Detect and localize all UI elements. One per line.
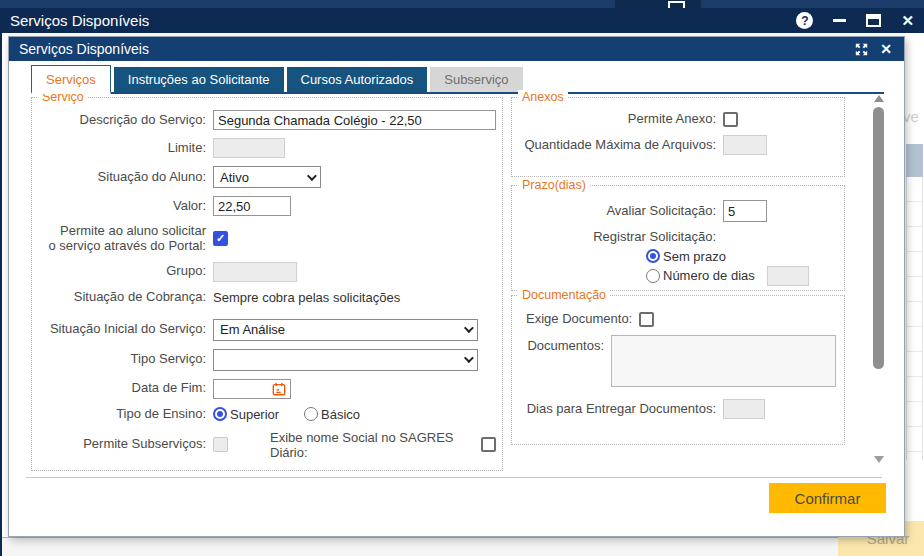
- radio-sem-prazo[interactable]: [646, 249, 660, 263]
- tab-bar: Serviços Instruções ao Solicitante Curso…: [31, 64, 884, 94]
- qtd-max-arquivos-label: Quantidade Máxima de Arquivos:: [520, 138, 716, 153]
- scrollbar-thumb[interactable]: [873, 107, 884, 369]
- permite-subservicos-checkbox: [213, 437, 228, 452]
- field-data-fim: Data de Fim:: [38, 379, 496, 399]
- radio-sem-prazo-label: Sem prazo: [663, 249, 726, 264]
- radio-basico[interactable]: [304, 407, 318, 421]
- content-scrollbar[interactable]: [872, 93, 885, 471]
- situacao-inicial-select[interactable]: Em Análise: [213, 319, 478, 341]
- exige-documento-checkbox[interactable]: [639, 312, 654, 327]
- section-anexos: Anexos Permite Anexo: Quantidade Máxima …: [511, 97, 845, 177]
- situacao-aluno-value: Ativo: [220, 170, 249, 185]
- tipo-servico-label: Tipo Serviço:: [38, 352, 206, 367]
- dias-entregar-label: Dias para Entregar Documentos:: [520, 402, 716, 417]
- window-controls: ? ✕: [796, 12, 924, 29]
- permite-anexo-label: Permite Anexo:: [520, 112, 716, 127]
- field-permite-anexo: Permite Anexo:: [520, 112, 836, 127]
- registrar-options: Sem prazo Número de dias: [646, 249, 836, 286]
- field-exige-documento: Exige Documento:: [520, 312, 836, 327]
- screen: ve Salvar Serviços Disponíveis ? ✕ Servi…: [0, 0, 924, 556]
- window-title: Serviços Disponíveis: [10, 12, 149, 29]
- field-tipo-servico: Tipo Serviço:: [38, 349, 496, 371]
- numero-dias-input: [767, 266, 809, 286]
- legend-documentacao: Documentação: [518, 288, 610, 302]
- radio-superior-label: Superior: [230, 407, 282, 422]
- dialog-header: Serviços Disponíveis ✕: [9, 37, 904, 61]
- grupo-label: Grupo:: [38, 264, 206, 279]
- qtd-max-arquivos-input: [723, 135, 767, 155]
- calendar-icon[interactable]: [272, 382, 286, 396]
- field-tipo-ensino: Tipo de Ensino: Superior Básico: [38, 407, 496, 422]
- field-situacao-inicial: Situação Inicial do Serviço: Em Análise: [38, 319, 496, 341]
- field-limite: Limite:: [38, 138, 496, 158]
- exige-documento-label: Exige Documento:: [526, 312, 632, 327]
- situacao-cobranca-value: Sempre cobra pelas solicitações: [213, 290, 400, 305]
- section-documentacao: Documentação Exige Documento: Documentos…: [511, 295, 845, 445]
- expand-button[interactable]: [855, 43, 868, 56]
- permite-portal-checkbox[interactable]: ✓: [213, 231, 228, 246]
- tab-servicos[interactable]: Serviços: [31, 65, 111, 94]
- exibe-nome-social-checkbox[interactable]: [481, 437, 496, 452]
- descricao-label: Descrição do Serviço:: [38, 113, 206, 128]
- footer-divider: [26, 477, 882, 478]
- documentos-label: Documentos:: [520, 339, 604, 354]
- dias-entregar-input: [723, 399, 765, 419]
- expand-icon: [855, 43, 868, 56]
- option-sem-prazo: Sem prazo: [646, 249, 836, 264]
- background-bottom-strip: [0, 537, 924, 556]
- tab-instrucoes[interactable]: Instruções ao Solicitante: [114, 67, 284, 92]
- valor-input[interactable]: [213, 196, 291, 216]
- situacao-aluno-label: Situação do Aluno:: [38, 170, 206, 185]
- permite-portal-label: Permite ao aluno solicitar o serviço atr…: [38, 224, 206, 254]
- maximize-button[interactable]: [866, 14, 881, 27]
- avaliar-solicitacao-input[interactable]: [723, 200, 767, 222]
- window-left-border: [0, 8, 2, 556]
- chevron-down-icon: [464, 324, 474, 334]
- descricao-input[interactable]: [213, 110, 496, 130]
- chevron-down-icon: [307, 171, 317, 181]
- field-situacao-aluno: Situação do Aluno: Ativo: [38, 166, 496, 188]
- tab-cursos-autorizados[interactable]: Cursos Autorizados: [287, 67, 428, 92]
- situacao-aluno-select[interactable]: Ativo: [213, 166, 321, 188]
- field-qtd-max-arquivos: Quantidade Máxima de Arquivos:: [520, 135, 836, 155]
- window-titlebar: Serviços Disponíveis ? ✕: [0, 8, 924, 33]
- legend-prazo: Prazo(dias): [518, 178, 590, 192]
- registrar-solicitacao-label: Registrar Solicitação:: [520, 230, 716, 245]
- toolbar-active-segment: [615, 0, 701, 8]
- field-registrar-solicitacao: Registrar Solicitação:: [520, 230, 836, 245]
- limite-input: [213, 138, 285, 158]
- dialog-title: Serviços Disponíveis: [19, 41, 149, 57]
- field-dias-entregar: Dias para Entregar Documentos:: [520, 399, 836, 419]
- radio-superior[interactable]: [213, 407, 227, 421]
- confirm-button[interactable]: Confirmar: [769, 483, 886, 513]
- help-button[interactable]: ?: [796, 12, 813, 29]
- field-permite-portal: Permite ao aluno solicitar o serviço atr…: [38, 224, 496, 254]
- dialog-controls: ✕: [855, 42, 904, 56]
- background-table-header-cell: [906, 144, 923, 177]
- tab-subservico[interactable]: Subserviço: [430, 67, 522, 92]
- limite-label: Limite:: [38, 141, 206, 156]
- radio-basico-label: Básico: [321, 407, 360, 422]
- tipo-servico-select[interactable]: [213, 349, 478, 371]
- field-valor: Valor:: [38, 196, 496, 216]
- field-documentos: Documentos:: [520, 335, 836, 387]
- option-numero-dias: Número de dias: [646, 266, 836, 286]
- check-icon: ✓: [216, 233, 225, 244]
- valor-label: Valor:: [38, 199, 206, 214]
- avaliar-solicitacao-label: Avaliar Solicitação:: [520, 204, 716, 219]
- situacao-inicial-value: Em Análise: [220, 322, 285, 337]
- field-descricao: Descrição do Serviço:: [38, 110, 496, 130]
- documentos-textarea: [611, 335, 836, 387]
- close-button[interactable]: ✕: [901, 13, 914, 28]
- scroll-down-arrow-icon[interactable]: [874, 456, 884, 463]
- radio-numero-dias[interactable]: [646, 269, 660, 283]
- field-situacao-cobranca: Situação de Cobrança: Sempre cobra pelas…: [38, 290, 496, 305]
- dialog-close-button[interactable]: ✕: [880, 42, 892, 56]
- minimize-button[interactable]: [833, 19, 846, 22]
- permite-anexo-checkbox[interactable]: [723, 112, 738, 127]
- section-servico: Serviço Descrição do Serviço: Limite: Si…: [31, 97, 503, 471]
- background-partial-text: ve: [903, 108, 919, 125]
- data-fim-datepicker: [213, 379, 291, 399]
- field-avaliar-solicitacao: Avaliar Solicitação:: [520, 200, 836, 222]
- scroll-up-arrow-icon[interactable]: [874, 95, 884, 102]
